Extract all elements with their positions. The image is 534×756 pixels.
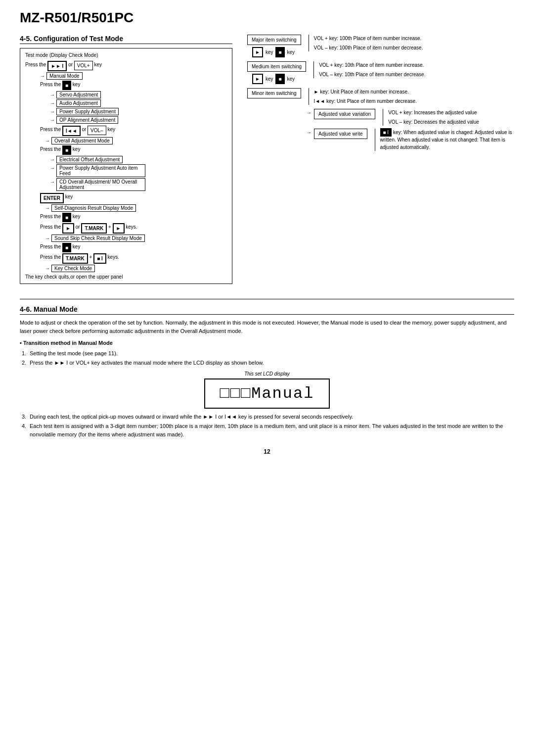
ffw-key: ►► I xyxy=(47,61,67,71)
keys-label2: keys. xyxy=(108,253,119,261)
press-rew: Press the xyxy=(40,126,61,133)
play-key2: ► xyxy=(113,223,125,234)
key-check-mode-box: Key Check Mode xyxy=(51,265,95,272)
or1-label: or xyxy=(68,61,73,68)
page-title: MZ-R501/R501PC xyxy=(20,10,514,26)
flow-tree: Press the ►► I or VOL+ key → Manual Mode… xyxy=(25,61,227,280)
section46-description: Mode to adjust or check the operation of… xyxy=(20,319,514,335)
volminus-key: VOL– xyxy=(88,126,106,135)
adj-write-desc: key: When adjusted value is chaged: Adju… xyxy=(380,130,512,150)
minor-rew-desc: I◄◄ key: Unit Place of item number decre… xyxy=(314,98,417,104)
elec-offset: Electrical Offset Adjustment xyxy=(56,156,123,163)
enter-key: ENTER xyxy=(40,193,64,203)
sound-skip-box: Sound Skip Check Result Display Mode xyxy=(51,235,145,242)
audio-adj: Audio Adjustment xyxy=(56,99,101,107)
adj-write-box: Adjusted value write xyxy=(318,131,363,137)
power-adj: Power Supply Adjustment xyxy=(56,108,119,115)
section45-title: 4-5. Configuration of Test Mode xyxy=(20,35,232,44)
medium-switching-label: Medium item switching xyxy=(252,64,302,69)
servo-adj: Servo Adjustment xyxy=(56,91,101,98)
key-check-note: The key check quits,or open the upper pa… xyxy=(25,274,227,280)
adj-variation-box: Adjusted value variation xyxy=(318,111,371,117)
rew-key: I◄◄ xyxy=(62,126,81,136)
manual-mode-box: Manual Mode xyxy=(46,72,83,80)
pause-key: ■ I xyxy=(93,253,106,264)
section46: 4-6. Manual Mode Mode to adjust or check… xyxy=(20,299,514,438)
press-play-or-tmark: Press the xyxy=(40,223,61,231)
keys-label1: keys. xyxy=(126,223,137,231)
major-play-key: ► xyxy=(252,47,263,57)
transition-subtitle: • Transition method in Manual Mode xyxy=(20,339,514,347)
self-diag-box: Self-Diagnosis Result Display Mode xyxy=(51,204,136,212)
major-switching-label: Major item switching xyxy=(252,37,297,43)
major-stop-key: ■ xyxy=(275,47,284,57)
section46-title: 4-6. Manual Mode xyxy=(20,305,514,315)
press-stop4: Press the xyxy=(40,243,61,250)
major-volminus-desc: VOL – key: 100th Place of item number de… xyxy=(314,45,423,50)
press-stop3: Press the xyxy=(40,213,61,220)
cd-overall: CD Overall Adjustment/ MO Overall Adjust… xyxy=(56,178,145,191)
major-volplus-desc: VOL + key: 100th Place of item number in… xyxy=(314,36,422,41)
step2: 2. Press the ►► I or VOL+ key activates … xyxy=(30,359,514,367)
lcd-display-container: This set LCD display □□□Manual xyxy=(20,371,514,409)
lcd-caption: This set LCD display xyxy=(20,371,514,377)
diagram-title: Test mode (Display Check Mode) xyxy=(25,52,98,58)
press-tmark-plus-pause: Press the xyxy=(40,253,61,261)
key-label1: key xyxy=(94,61,102,68)
step4: 4. Each test item is assigned with a 3-d… xyxy=(30,422,514,438)
play-key1: ► xyxy=(62,223,74,234)
lcd-display: □□□Manual xyxy=(204,378,330,409)
overall-adj-mode: Overall Adjustment Mode xyxy=(51,137,113,144)
flow-diagram: Test mode (Display Check Mode) Press the… xyxy=(20,48,232,284)
stop-key2: ■ xyxy=(62,145,71,155)
medium-play-key: ► xyxy=(252,74,263,84)
power-supply-auto: Power Supply Adjustment Auto item Feed xyxy=(56,164,145,177)
adj-volminus-desc: VOL – key: Decreases the adjusted value xyxy=(388,119,479,125)
right-diagram: Major item switching ► key ■ key VOL + k… xyxy=(247,35,514,154)
press-stop1: Press the xyxy=(40,81,61,88)
tmark-key1: T.MARK xyxy=(81,223,107,234)
op-align: OP Alignment Adjustment xyxy=(56,116,118,124)
press-stop2: Press the xyxy=(40,145,61,153)
tmark-key2: T.MARK xyxy=(62,253,88,264)
adj-write-stop-key: ■ I xyxy=(380,128,392,137)
step3: 3. During each test, the optical pick-up… xyxy=(30,413,514,421)
press-ffw-label: Press the xyxy=(25,61,46,68)
minor-switching-label: Minor item switching xyxy=(252,91,297,96)
medium-volplus-desc: VOL + key: 10th Place of item number inc… xyxy=(319,62,424,68)
minor-play-desc: ► key: Unit Place of item number increas… xyxy=(314,89,409,94)
medium-volminus-desc: VOL – key: 10th Place of item number dec… xyxy=(319,72,425,77)
adj-volplus-desc: VOL + key: Increases the adjusted value xyxy=(388,110,477,115)
page-number: 12 xyxy=(20,448,514,455)
step1: 1. Setting the test mode (see page 11). xyxy=(30,349,514,358)
stop-key1: ■ xyxy=(62,81,71,90)
medium-stop-key: ■ xyxy=(275,74,284,84)
volplus-key: VOL+ xyxy=(74,61,93,70)
